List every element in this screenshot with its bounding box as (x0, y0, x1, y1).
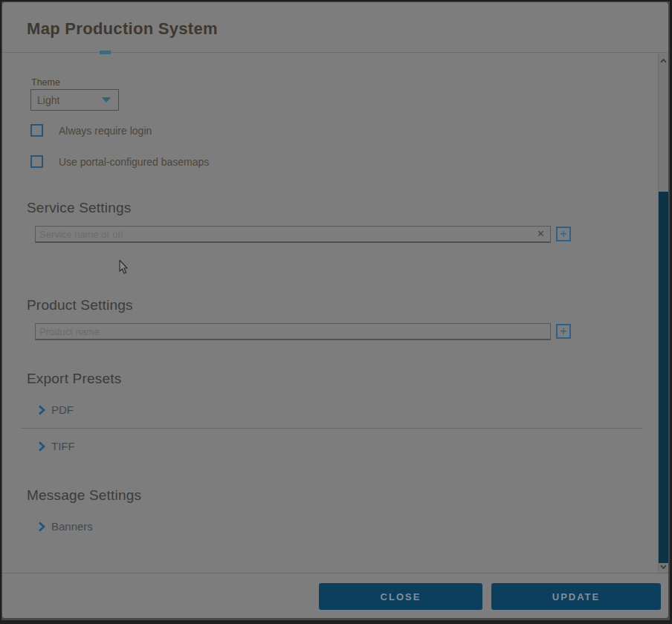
dialog-title: Map Production System (27, 19, 218, 39)
vertical-scrollbar[interactable] (658, 53, 668, 573)
banners-row[interactable]: Banners (38, 520, 93, 533)
chevron-right-icon (38, 441, 45, 452)
chevron-right-icon (38, 521, 45, 532)
theme-select-value: Light (37, 94, 102, 106)
export-preset-tiff-row[interactable]: TIFF (38, 440, 75, 452)
chevron-up-icon (660, 59, 667, 63)
divider (21, 428, 642, 429)
settings-scroll-area: Theme Light Always require login Use por… (2, 53, 658, 573)
checkbox-label: Use portal-configured basemaps (59, 156, 209, 168)
export-preset-label: PDF (51, 403, 74, 416)
dialog-header: Map Production System (2, 2, 668, 53)
close-button[interactable]: CLOSE (319, 583, 482, 610)
service-name-input[interactable] (35, 226, 551, 243)
portal-basemaps-row[interactable]: Use portal-configured basemaps (30, 155, 209, 168)
export-preset-pdf-row[interactable]: PDF (38, 403, 74, 416)
scrollbar-thumb[interactable] (659, 192, 668, 563)
product-input-wrap (35, 323, 551, 340)
always-require-login-row[interactable]: Always require login (30, 124, 152, 137)
theme-select[interactable]: Light (30, 89, 119, 111)
map-production-dialog: Map Production System Theme Light Always… (2, 2, 668, 618)
theme-label: Theme (31, 77, 60, 88)
add-product-button[interactable]: + (556, 324, 571, 339)
scroll-down-button[interactable] (659, 561, 668, 572)
chevron-down-icon (660, 565, 667, 569)
update-button[interactable]: UPDATE (491, 583, 661, 610)
mouse-cursor (119, 260, 129, 275)
add-icon: + (560, 325, 566, 337)
scroll-up-button[interactable] (659, 55, 668, 66)
message-settings-heading: Message Settings (27, 487, 141, 504)
dimmed-screen: Map Production System Theme Light Always… (0, 0, 672, 624)
service-settings-heading: Service Settings (27, 200, 132, 216)
chevron-down-icon (102, 97, 111, 103)
product-name-input[interactable] (35, 323, 551, 340)
chevron-right-icon (38, 405, 45, 415)
checkbox-label: Always require login (59, 125, 152, 137)
add-service-button[interactable]: + (556, 227, 571, 241)
banners-label: Banners (51, 520, 93, 533)
export-presets-heading: Export Presets (27, 371, 121, 387)
dialog-footer: CLOSE UPDATE (2, 573, 668, 618)
product-settings-heading: Product Settings (27, 297, 133, 313)
export-preset-label: TIFF (51, 440, 75, 452)
add-icon: + (560, 227, 566, 240)
cutoff-element (100, 51, 111, 54)
service-input-wrap: ✕ (35, 226, 551, 243)
portal-basemaps-checkbox[interactable] (30, 155, 43, 168)
clear-icon[interactable]: ✕ (537, 228, 545, 240)
always-require-login-checkbox[interactable] (30, 124, 43, 137)
